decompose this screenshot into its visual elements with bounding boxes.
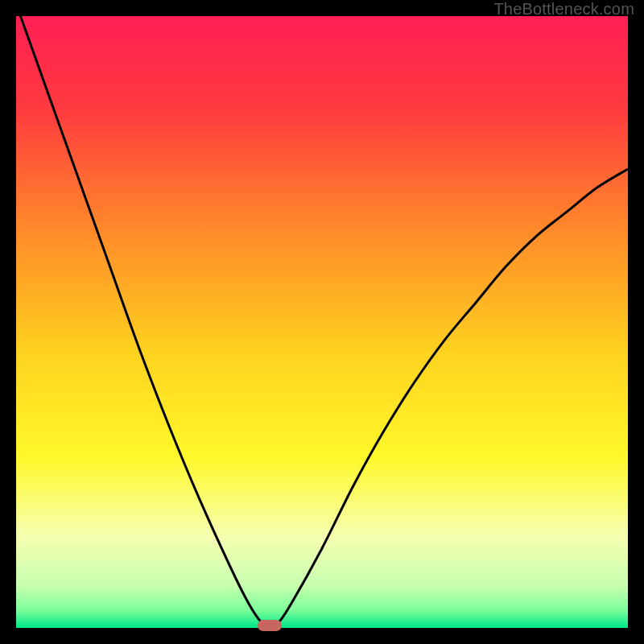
curve-layer xyxy=(16,16,628,628)
plot-area xyxy=(16,16,628,628)
bottleneck-curve xyxy=(16,16,628,628)
minimum-marker xyxy=(258,620,282,631)
chart-container: TheBottleneck.com xyxy=(0,0,644,644)
